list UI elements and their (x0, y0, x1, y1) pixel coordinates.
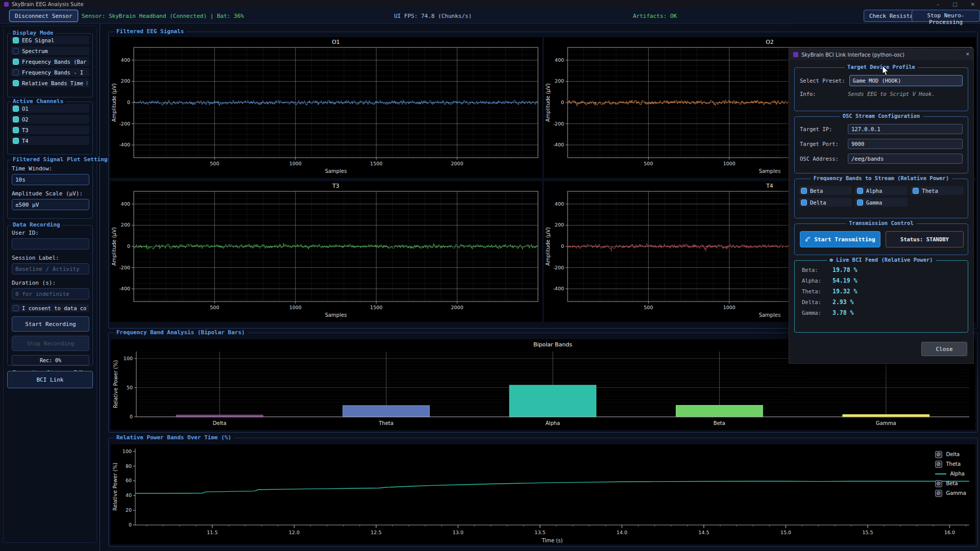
checkbox-icon[interactable] (13, 37, 19, 43)
artifacts-status-text: Artifacts: OK (633, 13, 677, 19)
consent-checkbox-box[interactable] (13, 305, 19, 311)
modal-close-icon[interactable]: ✕ (966, 51, 969, 57)
duration-label: Duration (s): (12, 280, 88, 286)
channel-o1[interactable]: O1 (11, 104, 89, 113)
preset-combobox[interactable] (849, 75, 963, 86)
display-mode-spectrum[interactable]: Spectrum (11, 46, 89, 55)
recording-progress: Rec: 0% (12, 355, 89, 365)
display-mode-frequency-bands-i-bar[interactable]: Frequency Bands - I (Bar) (11, 68, 89, 77)
checkbox-icon[interactable] (13, 59, 19, 65)
svg-text:Amplitude (μV): Amplitude (μV) (545, 83, 551, 122)
channel-t3[interactable]: T3 (11, 126, 89, 134)
channel-o2[interactable]: O2 (11, 115, 89, 123)
session-label: Session Label: (12, 255, 88, 261)
maximize-icon[interactable]: □ (952, 2, 957, 7)
user-id-label: User ID: (12, 230, 88, 236)
checkbox-icon[interactable] (13, 80, 19, 86)
amplitude-scale-input[interactable] (12, 199, 89, 210)
disconnect-sensor-button[interactable]: Disconnect Sensor (9, 10, 78, 22)
feed-value: 54.19 % (832, 277, 857, 284)
app-icon (4, 2, 9, 7)
bci-link-button[interactable]: BCI Link (7, 371, 93, 388)
stream-band-gamma[interactable]: Gamma (855, 198, 908, 207)
svg-text:14.0: 14.0 (617, 530, 627, 535)
svg-text:Theta: Theta (378, 420, 394, 426)
transmit-dish-icon (805, 236, 811, 242)
checkbox-icon[interactable] (13, 106, 19, 112)
checkbox-icon[interactable] (913, 188, 919, 194)
svg-text:T4: T4 (766, 183, 773, 189)
target-device-profile-group: Target Device Profile Select Preset: Inf… (794, 67, 968, 111)
osc-address-input[interactable] (848, 154, 963, 164)
svg-text:15.0: 15.0 (780, 530, 791, 535)
stop-neuro-processing-button[interactable]: Stop Neuro-Processing (912, 10, 980, 22)
checkbox-icon[interactable] (857, 199, 863, 206)
osc-address-label: OSC Address: (800, 156, 844, 162)
close-icon[interactable]: ✕ (971, 2, 975, 7)
checkbox-icon[interactable] (13, 69, 19, 76)
svg-text:-400: -400 (553, 286, 564, 291)
stream-band-beta[interactable]: Beta (799, 186, 852, 195)
svg-text:12.0: 12.0 (289, 530, 300, 535)
session-input[interactable] (12, 263, 89, 274)
app-window: SkyBrain EEG Analysis Suite – □ ✕ Discon… (0, 0, 980, 551)
hidden-series-icon[interactable]: ⊘ (935, 490, 942, 497)
stream-band-alpha[interactable]: Alpha (855, 186, 908, 195)
svg-text:200: 200 (121, 78, 130, 84)
svg-text:Beta: Beta (714, 420, 725, 426)
consent-checkbox[interactable]: I consent to data collect: (11, 304, 89, 312)
display-mode-frequency-bands-bar[interactable]: Frequency Bands (Bar) (11, 57, 89, 66)
checkbox-icon[interactable] (13, 116, 19, 122)
start-recording-button[interactable]: Start Recording (12, 316, 89, 332)
target-port-input[interactable] (848, 139, 963, 149)
target-ip-input[interactable] (848, 124, 963, 134)
checkbox-icon[interactable] (857, 188, 863, 194)
target-device-profile-title: Target Device Profile (844, 64, 918, 70)
svg-text:0: 0 (129, 522, 132, 528)
window-title: SkyBrain EEG Analysis Suite (12, 2, 84, 7)
select-preset-label: Select Preset: (800, 78, 845, 84)
legend-item-gamma[interactable]: ⊘Gamma (935, 489, 967, 497)
sidebar: Display Mode EEG SignalSpectrumFrequency… (0, 23, 100, 551)
minimize-icon[interactable]: – (937, 2, 939, 7)
frequency-band-analysis-title: Frequency Band Analysis (Bipolar Bars) (114, 329, 248, 336)
checkbox-icon[interactable] (801, 199, 807, 206)
channel-t4[interactable]: T4 (11, 136, 89, 145)
legend-item-delta[interactable]: ⊘Delta (935, 450, 967, 458)
legend-item-beta[interactable]: ⊘Beta (935, 480, 967, 487)
time-window-input[interactable] (12, 174, 89, 185)
checkbox-icon[interactable] (13, 48, 19, 54)
hidden-series-icon[interactable]: ⊘ (935, 461, 942, 468)
stream-band-label: Theta (922, 188, 938, 194)
modal-close-button[interactable]: Close (921, 342, 967, 356)
svg-text:Amplitude (μV): Amplitude (μV) (545, 227, 551, 266)
stream-band-delta[interactable]: Delta (799, 198, 852, 207)
start-transmitting-button[interactable]: Start Transmitting (800, 231, 880, 247)
hidden-series-icon[interactable]: ⊘ (935, 451, 942, 458)
legend-line-sample[interactable] (935, 473, 946, 474)
svg-text:-400: -400 (119, 286, 130, 291)
checkbox-icon[interactable] (13, 127, 19, 133)
svg-text:15.5: 15.5 (862, 530, 873, 535)
display-mode-eeg-signal[interactable]: EEG Signal (11, 36, 89, 44)
stop-recording-button[interactable]: Stop Recording (12, 336, 89, 351)
user-id-input[interactable] (12, 238, 89, 249)
svg-text:2000: 2000 (451, 161, 463, 166)
bci-link-modal: SkyBrain BCI Link Interface (python-osc)… (789, 48, 974, 364)
checkbox-icon[interactable] (13, 138, 19, 144)
display-mode-relative-bands-time-plot[interactable]: Relative Bands Time Plot (11, 79, 89, 87)
stream-band-theta[interactable]: Theta (911, 186, 964, 195)
svg-text:O2: O2 (766, 39, 774, 45)
feed-value: 2.93 % (832, 298, 854, 306)
svg-text:80: 80 (126, 463, 132, 469)
feed-row-alpha: Alpha:54.19 % (802, 277, 961, 284)
display-mode-label: Spectrum (22, 48, 48, 54)
legend-item-alpha[interactable]: Alpha (935, 470, 967, 478)
checkbox-icon[interactable] (801, 188, 807, 194)
hidden-series-icon[interactable]: ⊘ (935, 480, 942, 487)
svg-text:1500: 1500 (370, 161, 382, 166)
info-value: Sends EEG to Script V Hook. (848, 91, 935, 97)
legend-item-theta[interactable]: ⊘Theta (935, 460, 967, 468)
duration-input[interactable] (12, 288, 89, 299)
modal-app-icon (793, 52, 798, 57)
